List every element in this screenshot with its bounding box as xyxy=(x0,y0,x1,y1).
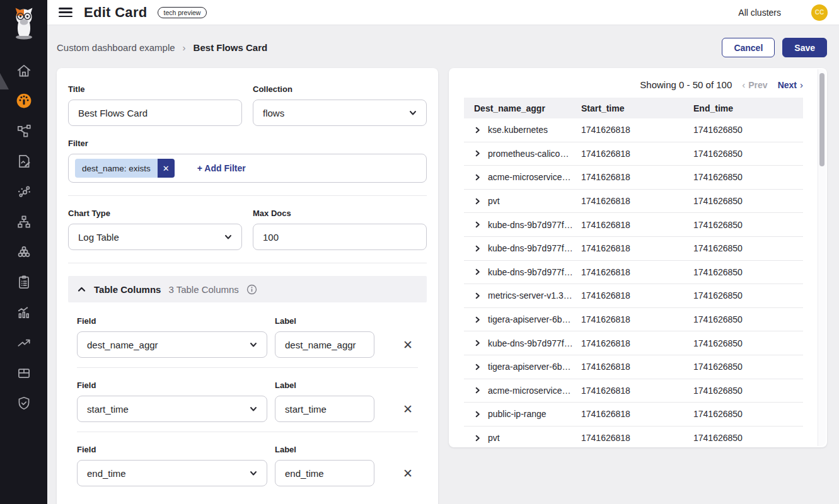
table-row[interactable]: tigera-apiserver-6b… 1741626818 17416268… xyxy=(464,308,803,332)
cluster-selector[interactable]: All clusters xyxy=(738,8,781,18)
sidebar-item-statistics[interactable] xyxy=(0,297,47,328)
column-row: Field dest_name_aggr Label ✕ xyxy=(77,316,418,358)
row-dest: tigera-apiserver-6b… xyxy=(488,362,571,372)
cat-logo-icon xyxy=(9,6,38,40)
table-row[interactable]: pvt 1741626818 1741626850 xyxy=(464,427,803,447)
filter-chip-remove-icon[interactable]: ✕ xyxy=(158,159,175,178)
table-row[interactable]: kube-dns-9b7d977f… 1741626818 1741626850 xyxy=(464,261,803,285)
expand-row-chevron-icon[interactable] xyxy=(474,221,481,228)
table-row[interactable]: prometheus-calico… 1741626818 1741626850 xyxy=(464,142,803,166)
remove-column-icon[interactable]: ✕ xyxy=(400,401,416,417)
row-start: 1741626818 xyxy=(581,267,693,277)
table-row[interactable]: acme-microservice… 1741626818 1741626850 xyxy=(464,166,803,190)
table-row[interactable]: kube-dns-9b7d977f… 1741626818 1741626850 xyxy=(464,213,803,237)
field-select[interactable]: dest_name_aggr xyxy=(77,331,267,358)
field-select[interactable]: start_time xyxy=(77,396,267,422)
row-dest: kse.kubernetes xyxy=(488,125,548,135)
expand-row-chevron-icon[interactable] xyxy=(474,150,481,157)
table-columns-count: 3 Table Columns xyxy=(168,284,238,295)
row-dest: public-ip-range xyxy=(488,409,547,419)
label-input[interactable] xyxy=(275,460,374,486)
scrollbar-track[interactable] xyxy=(818,69,826,446)
remove-column-icon[interactable]: ✕ xyxy=(400,336,416,353)
row-end: 1741626850 xyxy=(693,125,803,135)
expand-row-chevron-icon[interactable] xyxy=(474,435,481,442)
dashboards-icon xyxy=(16,93,32,109)
pagination-status: Showing 0 - 50 of 100 xyxy=(640,79,732,90)
expand-row-chevron-icon[interactable] xyxy=(474,316,481,323)
sidebar-item-dashboards[interactable] xyxy=(0,86,47,116)
chevron-down-icon xyxy=(249,340,258,349)
table-columns-section-header[interactable]: Table Columns 3 Table Columns xyxy=(68,276,427,302)
row-start: 1741626818 xyxy=(581,433,693,443)
sidebar-item-security[interactable] xyxy=(0,388,47,418)
table-row[interactable]: kse.kubernetes 1741626818 1741626850 xyxy=(464,118,803,142)
column-rows: Field dest_name_aggr Label ✕ xyxy=(68,316,427,504)
avatar[interactable]: CC xyxy=(811,4,828,21)
next-page-button[interactable]: Next › xyxy=(778,79,803,90)
table-header-row: Dest_name_aggr Start_time End_time xyxy=(464,98,803,118)
sidebar-item-compliance[interactable] xyxy=(0,267,47,297)
expand-row-chevron-icon[interactable] xyxy=(474,292,481,299)
table-row[interactable]: kube-dns-9b7d977f… 1741626818 1741626850 xyxy=(464,237,803,261)
max-docs-input[interactable] xyxy=(253,224,427,250)
filter-box: dest_name: exists ✕ + Add Filter xyxy=(68,154,427,183)
expand-row-chevron-icon[interactable] xyxy=(474,411,481,418)
filter-label: Filter xyxy=(68,139,427,148)
sidebar-item-clusters[interactable] xyxy=(0,237,47,267)
expand-row-chevron-icon[interactable] xyxy=(474,364,481,370)
calico-cat-logo[interactable] xyxy=(0,0,47,40)
label-input[interactable] xyxy=(275,396,374,422)
expand-row-chevron-icon[interactable] xyxy=(474,245,481,252)
field-label: Field xyxy=(77,381,267,390)
expand-row-chevron-icon[interactable] xyxy=(474,268,481,275)
prev-page-button[interactable]: ‹ Prev xyxy=(742,79,767,90)
table-row[interactable]: metrics-server-v1.3… 1741626818 17416268… xyxy=(464,284,803,308)
collection-select[interactable]: flows xyxy=(253,100,427,126)
table-row[interactable]: tigera-apiserver-6b… 1741626818 17416268… xyxy=(464,355,803,379)
chevron-left-icon: ‹ xyxy=(742,79,745,90)
breadcrumb-parent[interactable]: Custom dashboard example xyxy=(57,42,175,53)
breadcrumb-current: Best Flows Card xyxy=(194,42,268,53)
sidebar-item-packages[interactable] xyxy=(0,358,47,388)
menu-toggle-icon[interactable] xyxy=(59,8,72,17)
expand-row-chevron-icon[interactable] xyxy=(474,198,481,205)
row-start: 1741626818 xyxy=(581,243,693,253)
expand-row-chevron-icon[interactable] xyxy=(474,174,481,181)
cancel-button[interactable]: Cancel xyxy=(722,38,775,57)
label-label: Label xyxy=(275,316,374,326)
row-dest: pvt xyxy=(488,196,500,206)
table-row[interactable]: acme-microservice… 1741626818 1741626850 xyxy=(464,379,803,403)
save-button[interactable]: Save xyxy=(782,38,827,57)
filter-chip-text: dest_name: exists xyxy=(75,159,158,178)
table-row[interactable]: public-ip-range 1741626818 1741626850 xyxy=(464,403,803,427)
table-row[interactable]: pvt 1741626818 1741626850 xyxy=(464,190,803,214)
add-filter-button[interactable]: + Add Filter xyxy=(197,163,246,173)
title-input[interactable] xyxy=(68,100,242,126)
row-end: 1741626850 xyxy=(693,267,803,277)
expand-row-chevron-icon[interactable] xyxy=(474,387,481,394)
label-input[interactable] xyxy=(275,331,374,358)
sidebar-item-network[interactable] xyxy=(0,116,47,146)
info-icon[interactable] xyxy=(246,284,257,295)
sidebar xyxy=(0,0,47,504)
divider xyxy=(68,195,427,196)
chart-type-select[interactable]: Log Table xyxy=(68,224,242,250)
cluster-circles-icon xyxy=(16,244,32,260)
title-label: Title xyxy=(68,84,242,94)
table-row[interactable]: kube-dns-9b7d977f… 1741626818 1741626850 xyxy=(464,331,803,355)
sidebar-item-topology[interactable] xyxy=(0,207,47,237)
sidebar-item-home[interactable] xyxy=(0,55,47,86)
sidebar-item-trends[interactable] xyxy=(0,328,47,358)
sidebar-item-logs[interactable] xyxy=(0,146,47,176)
field-select[interactable]: end_time xyxy=(77,460,267,486)
expand-row-chevron-icon[interactable] xyxy=(474,340,481,346)
scrollbar-thumb[interactable] xyxy=(819,73,825,166)
row-start: 1741626818 xyxy=(581,409,693,419)
expand-row-chevron-icon[interactable] xyxy=(474,127,481,134)
edit-document-icon xyxy=(16,153,32,169)
remove-column-icon[interactable]: ✕ xyxy=(400,465,416,481)
row-start: 1741626818 xyxy=(581,196,693,206)
sidebar-item-service-graph[interactable] xyxy=(0,176,47,207)
content-area: Custom dashboard example › Best Flows Ca… xyxy=(47,25,839,504)
